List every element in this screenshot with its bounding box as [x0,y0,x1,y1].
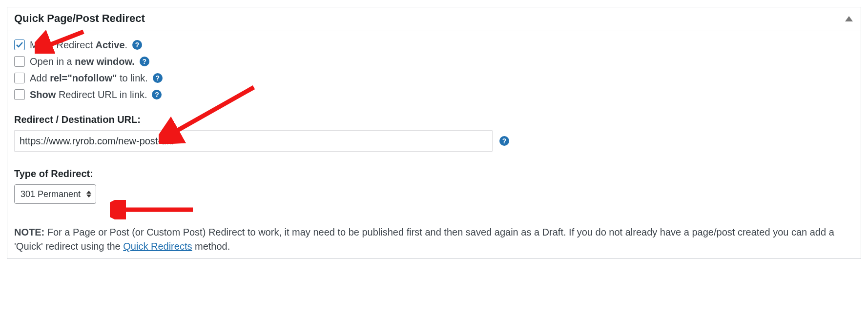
checkbox-new-window[interactable] [14,56,25,67]
text: Open in a [30,56,75,67]
panel-title: Quick Page/Post Redirect [14,12,145,25]
redirect-panel: Quick Page/Post Redirect Make Redirect A… [7,7,861,259]
option-new-window: Open in a new window. ? [14,56,854,67]
panel-body: Make Redirect Active. ? Open in a new wi… [7,31,861,258]
type-field-label: Type of Redirect: [14,168,854,179]
redirect-type-select-wrap: 301 Permanent [14,184,96,204]
checkbox-show-url[interactable] [14,89,25,100]
option-nofollow: Add rel="nofollow" to link. ? [14,72,854,84]
text: Make Redirect [30,40,96,50]
url-field-label: Redirect / Destination URL: [14,114,854,125]
help-icon[interactable]: ? [499,136,509,146]
option-active: Make Redirect Active. ? [14,39,854,51]
note-bold: NOTE: [14,227,44,237]
text: Add [30,73,50,83]
option-show-url: Show Redirect URL in link. ? [14,89,854,100]
help-icon[interactable]: ? [152,90,162,99]
text: to link. [117,73,147,83]
options-list: Make Redirect Active. ? Open in a new wi… [14,39,854,100]
destination-url-input[interactable] [14,130,493,152]
text: Redirect URL in link. [56,89,147,100]
help-icon[interactable]: ? [140,57,149,66]
option-active-label: Make Redirect Active. [30,39,127,51]
collapse-toggle-icon[interactable] [845,16,853,21]
note-text: NOTE: For a Page or Post (or Custom Post… [14,225,854,254]
help-icon[interactable]: ? [153,73,163,83]
note-body: method. [192,241,230,252]
quick-redirects-link[interactable]: Quick Redirects [123,241,192,252]
option-show-url-label: Show Redirect URL in link. [30,89,147,100]
text-bold: Active [96,40,125,50]
checkbox-active[interactable] [14,40,25,50]
help-icon[interactable]: ? [132,40,142,50]
option-new-window-label: Open in a new window. [30,56,135,67]
option-nofollow-label: Add rel="nofollow" to link. [30,72,148,84]
text: . [125,40,128,50]
text-bold: rel="nofollow" [50,73,117,83]
checkbox-nofollow[interactable] [14,73,25,83]
url-field-row: ? [14,130,854,152]
panel-header: Quick Page/Post Redirect [7,7,861,31]
text-bold: new window. [75,56,135,67]
redirect-type-select[interactable]: 301 Permanent [14,184,96,204]
text-bold: Show [30,89,56,100]
